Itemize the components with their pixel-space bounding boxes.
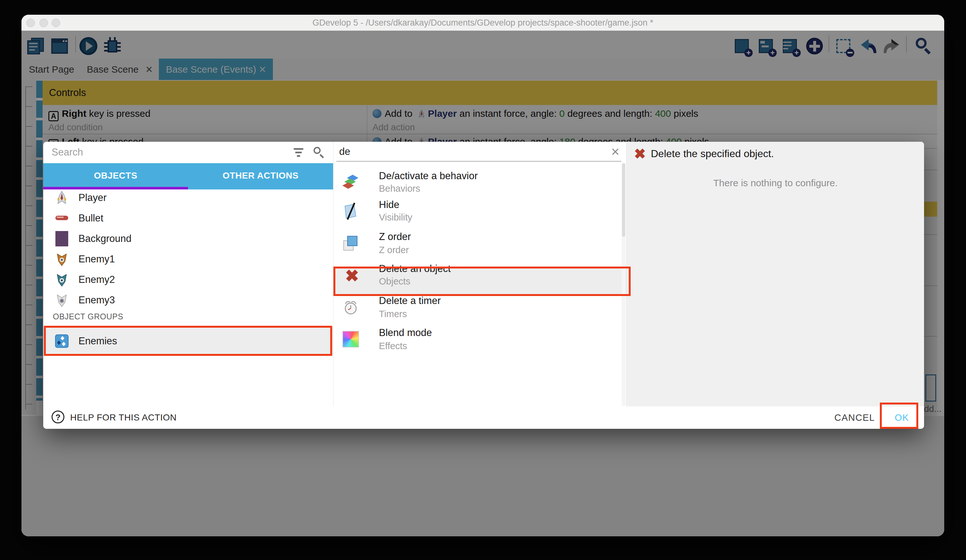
result-title: Hide (379, 199, 399, 211)
app-window: GDevelop 5 - /Users/dkarakay/Documents/G… (21, 15, 944, 536)
object-name: Bullet (79, 208, 104, 228)
object-row-background[interactable]: Background (43, 228, 333, 249)
cancel-button[interactable]: CANCEL (835, 406, 875, 429)
object-name: Player (79, 188, 107, 208)
enemy1-icon (55, 252, 69, 266)
enemy2-icon (55, 273, 69, 287)
player-icon (55, 191, 69, 205)
action-detail-title: Delete the specified object. (651, 142, 774, 165)
action-detail-pane: ✖ Delete the specified object. There is … (626, 142, 924, 406)
timer-icon (342, 298, 360, 316)
blend-mode-icon (342, 331, 359, 347)
titlebar: GDevelop 5 - /Users/dkarakay/Documents/G… (21, 15, 944, 31)
dialog-tab-bar: OBJECTS OTHER ACTIONS (43, 163, 333, 190)
tab-other-actions[interactable]: OTHER ACTIONS (188, 163, 333, 190)
bullet-icon (55, 214, 69, 222)
help-link[interactable]: HELP FOR THIS ACTION (70, 406, 177, 429)
object-row-player[interactable]: Player (43, 188, 333, 208)
search-icon[interactable] (313, 146, 326, 159)
annotation-box-delete-object (334, 267, 631, 296)
object-name: Enemy2 (79, 269, 115, 290)
help-icon[interactable]: ? (52, 411, 64, 423)
result-subtitle: Behaviors (379, 183, 420, 194)
nothing-to-configure-text: There is nothing to configure. (626, 178, 924, 188)
tab-objects[interactable]: OBJECTS (43, 163, 188, 190)
annotation-box-ok (880, 403, 918, 429)
object-row-enemy2[interactable]: Enemy2 (43, 269, 333, 290)
result-subtitle: Timers (379, 308, 407, 319)
scrollbar-thumb[interactable] (622, 163, 625, 237)
object-name: Enemy3 (79, 290, 115, 310)
result-subtitle: Visibility (379, 212, 412, 223)
hide-icon (342, 202, 360, 220)
object-row-enemy3[interactable]: Enemy3 (43, 290, 333, 310)
result-title: De/activate a behavior (379, 170, 478, 182)
object-row-bullet[interactable]: Bullet (43, 208, 333, 228)
background-icon (56, 231, 68, 246)
action-search-input[interactable] (338, 142, 608, 161)
choose-action-dialog: OBJECTS OTHER ACTIONS Player Bullet Back… (43, 142, 924, 429)
enemy3-icon (55, 293, 69, 307)
object-name: Background (79, 228, 131, 249)
object-row-enemy1[interactable]: Enemy1 (43, 249, 333, 269)
screenshot-stage: GDevelop 5 - /Users/dkarakay/Documents/G… (0, 0, 966, 560)
result-title: Delete a timer (379, 295, 441, 307)
object-groups-label: OBJECT GROUPS (53, 311, 123, 322)
result-subtitle: Effects (379, 341, 407, 351)
result-title: Z order (379, 231, 411, 243)
filter-icon[interactable] (292, 147, 305, 159)
object-search-input[interactable] (51, 142, 285, 162)
result-title: Blend mode (379, 327, 432, 339)
clear-search-icon[interactable]: × (608, 144, 622, 160)
dialog-footer: ? HELP FOR THIS ACTION CANCEL OK (43, 406, 924, 429)
window-title: GDevelop 5 - /Users/dkarakay/Documents/G… (21, 15, 944, 31)
search-underline (336, 161, 621, 162)
annotation-box-enemies (44, 326, 332, 356)
object-name: Enemy1 (79, 249, 115, 269)
delete-object-icon: ✖ (632, 146, 647, 162)
behavior-icon (342, 174, 360, 192)
result-subtitle: Z order (379, 244, 409, 255)
z-order-icon (342, 234, 360, 252)
